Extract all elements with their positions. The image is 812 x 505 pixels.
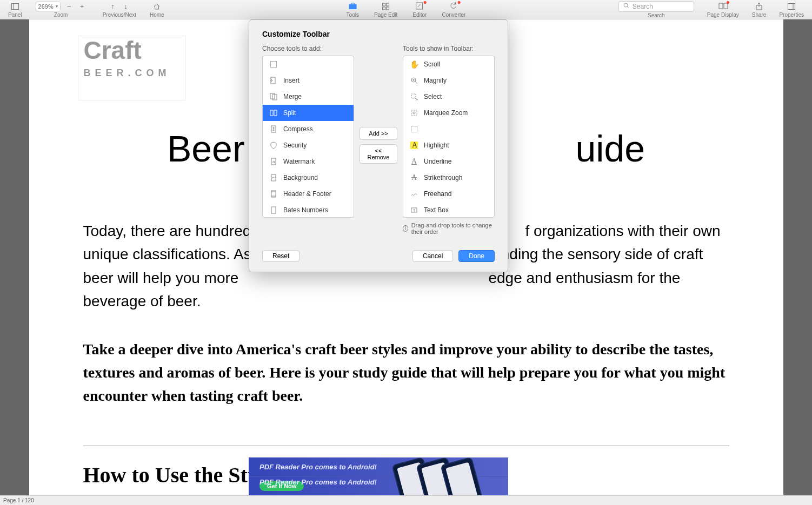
list-item-scroll[interactable]: ✋ Scroll — [403, 56, 494, 72]
headerfooter-icon — [269, 190, 278, 198]
pageedit-group[interactable]: Page Edit — [371, 0, 400, 19]
pagedisplay-label: Page Display — [707, 12, 739, 18]
svg-line-30 — [415, 82, 417, 84]
compress-icon — [269, 125, 278, 133]
properties-label: Properties — [779, 12, 804, 18]
highlight-icon: A — [410, 141, 418, 150]
dialog-footer: Reset Cancel Done — [262, 250, 495, 262]
panel-label: Panel — [8, 12, 22, 18]
merge-icon — [269, 92, 278, 101]
search-icon — [623, 3, 629, 10]
textbox-icon: T — [410, 206, 418, 214]
zoom-value: 269% — [38, 3, 54, 10]
toolbar-center: Tools Page Edit Editor — [344, 0, 469, 19]
pageedit-icon — [382, 2, 390, 11]
pagedisplay-group[interactable]: Page Display — [704, 0, 742, 19]
svg-point-8 — [624, 3, 628, 7]
current-tools-label: Tools to show in Toolbar: — [403, 45, 495, 52]
list-item-background[interactable]: Background — [263, 170, 354, 186]
underline-icon: A — [410, 157, 418, 166]
search-placeholder: Search — [633, 3, 653, 10]
list-item-security[interactable]: Security — [263, 137, 354, 153]
done-button[interactable]: Done — [458, 250, 495, 262]
available-tools-label: Choose tools to add: — [262, 45, 354, 52]
current-tools-listbox[interactable]: ✋ Scroll Magnify Select Marquee Zoom — [403, 56, 495, 218]
watermark-icon: a — [269, 157, 278, 166]
list-item-underline[interactable]: A Underline — [403, 153, 494, 170]
list-item-marqueezoom[interactable]: Marquee Zoom — [403, 105, 494, 121]
hint-text: Drag-and-drop tools to change their orde… — [411, 222, 495, 235]
converter-badge — [457, 1, 460, 4]
title-right: uide — [576, 128, 645, 169]
list-item-highlight[interactable]: A Highlight — [403, 137, 494, 153]
list-item-split[interactable]: Split — [263, 105, 354, 121]
zoom-label: Zoom — [54, 12, 68, 18]
svg-rect-11 — [724, 3, 728, 9]
svg-rect-20 — [274, 110, 277, 116]
editor-group[interactable]: Editor — [410, 0, 429, 19]
svg-rect-0 — [11, 3, 18, 9]
reset-button[interactable]: Reset — [262, 250, 299, 262]
properties-icon — [787, 2, 796, 11]
craftbeer-logo: Craft BEER.COM — [78, 36, 186, 100]
pagedisplay-badge — [727, 1, 729, 4]
prevnext-label: Previous/Next — [103, 12, 136, 18]
list-item-batesnumbers[interactable]: Bates Numbers — [263, 202, 354, 217]
home-label: Home — [150, 12, 164, 18]
svg-rect-2 — [349, 4, 356, 9]
prev-icon[interactable]: ↑ — [109, 2, 117, 11]
list-item-compress[interactable]: Compress — [263, 121, 354, 137]
ad-phones-decoration — [405, 460, 508, 493]
title-left: Beer — [167, 128, 245, 169]
magnify-icon — [410, 76, 418, 85]
list-item-textbox[interactable]: T Text Box — [403, 202, 494, 217]
chevron-down-icon: ▾ — [56, 4, 58, 9]
batesnumbers-icon — [269, 206, 278, 214]
document-paragraph-2: Take a deeper dive into America's craft … — [83, 338, 729, 408]
list-item-blank2[interactable] — [403, 121, 494, 137]
list-item-magnify[interactable]: Magnify — [403, 72, 494, 89]
list-item-select[interactable]: Select — [403, 89, 494, 105]
list-item-strikethrough[interactable]: A Strikethrough — [403, 170, 494, 186]
panel-group: Panel — [5, 0, 25, 19]
zoom-group: 269% ▾ − + Zoom — [33, 0, 89, 19]
properties-group[interactable]: Properties — [776, 0, 807, 19]
zoom-in-icon[interactable]: + — [78, 2, 86, 11]
cancel-button[interactable]: Cancel — [412, 250, 453, 262]
svg-line-9 — [627, 6, 629, 8]
document-divider — [83, 446, 729, 446]
panel-icon[interactable] — [11, 2, 19, 11]
search-group: Search Search — [616, 0, 697, 19]
share-icon — [755, 2, 763, 11]
blank-icon — [269, 60, 278, 69]
list-item-headerfooter[interactable]: Header & Footer — [263, 186, 354, 202]
list-item-merge[interactable]: Merge — [263, 89, 354, 105]
freehand-icon — [410, 190, 418, 198]
svg-rect-15 — [271, 62, 277, 68]
zoom-select[interactable]: 269% ▾ — [36, 2, 61, 11]
ad-banner[interactable]: PDF Reader Pro comes to Android! Get It … — [249, 457, 508, 495]
remove-button[interactable]: << Remove — [360, 144, 397, 164]
next-icon[interactable]: ↓ — [122, 2, 130, 11]
tools-icon — [348, 2, 357, 11]
ad-text-2: PDF Reader Pro comes to Android! — [259, 478, 377, 486]
svg-rect-34 — [411, 110, 417, 116]
strikethrough-icon: A — [410, 173, 418, 182]
current-tools-column: Tools to show in Toolbar: ✋ Scroll Magni… — [403, 45, 495, 235]
list-item-insert[interactable]: Insert — [263, 72, 354, 89]
home-icon[interactable] — [152, 2, 161, 11]
list-item-blank[interactable] — [263, 56, 354, 72]
zoom-out-icon[interactable]: − — [65, 2, 74, 11]
hand-icon: ✋ — [410, 60, 418, 69]
available-tools-listbox[interactable]: Insert Merge Split Compress — [262, 56, 354, 218]
add-button[interactable]: Add >> — [360, 127, 397, 140]
converter-group[interactable]: Converter — [439, 0, 468, 19]
share-group[interactable]: Share — [749, 0, 769, 19]
tools-group[interactable]: Tools — [344, 0, 362, 19]
list-item-watermark[interactable]: a Watermark — [263, 153, 354, 170]
svg-rect-13 — [788, 3, 795, 9]
logo-sub: BEER.COM — [84, 68, 171, 78]
list-item-freehand[interactable]: Freehand — [403, 186, 494, 202]
search-input[interactable]: Search — [618, 1, 694, 12]
hint-row: i Drag-and-drop tools to change their or… — [403, 222, 495, 235]
